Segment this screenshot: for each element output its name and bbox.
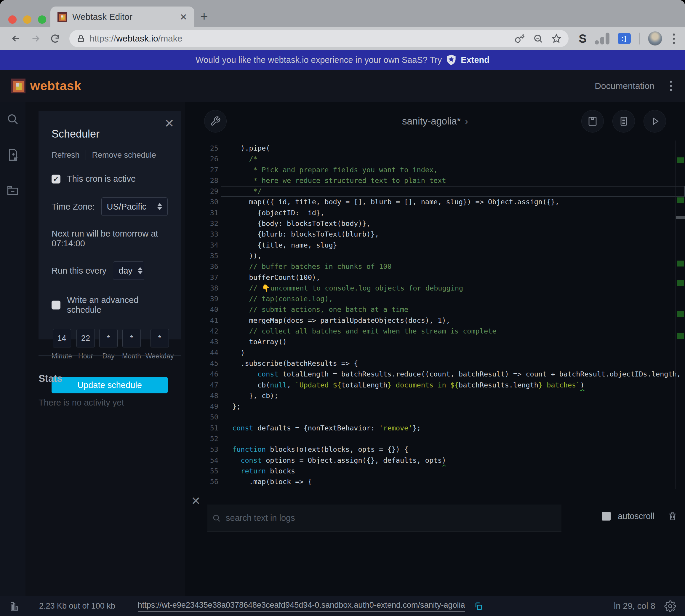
logs-search-input[interactable]: search text in logs — [226, 513, 295, 523]
code-line[interactable]: 36 // buffer batches in chunks of 100 — [185, 261, 685, 272]
documentation-link[interactable]: Documentation — [595, 81, 655, 91]
code-line[interactable]: 56 .map(block => { — [185, 476, 685, 487]
cron-field-input[interactable]: 22 — [76, 329, 95, 347]
code-line[interactable]: 42 // collect all batches and emit when … — [185, 326, 685, 336]
code-line[interactable]: 45 .subscribe(batchResults => { — [185, 358, 685, 369]
line-number: 56 — [185, 476, 219, 487]
extension-s-icon[interactable]: S — [579, 32, 587, 45]
code-line[interactable]: 49}; — [185, 401, 685, 412]
code-line[interactable]: 41 mergeMap(docs => partialUpdateObjects… — [185, 315, 685, 326]
line-number: 35 — [185, 250, 219, 261]
logs-close-icon[interactable]: ✕ — [191, 494, 201, 507]
code-line[interactable]: 47 cb(null, `Updated ${totalLength} docu… — [185, 380, 685, 390]
scrollbar-thumb[interactable] — [676, 216, 685, 219]
new-file-icon[interactable] — [6, 148, 19, 161]
code-line[interactable]: 30 map(({_id, title, body = [], blurb = … — [185, 197, 685, 207]
editor-settings-gear-icon[interactable] — [664, 600, 676, 612]
advanced-schedule-checkbox[interactable] — [51, 301, 61, 309]
cursor-position: ln 29, col 8 — [614, 601, 655, 611]
back-icon[interactable] — [8, 30, 24, 47]
profile-avatar[interactable] — [648, 31, 662, 46]
scheduler-close-icon[interactable]: ✕ — [164, 116, 174, 130]
banner-cta[interactable]: Extend — [461, 55, 489, 65]
cron-field-input[interactable]: * — [99, 329, 118, 347]
code-line[interactable]: 34 {title, name, slug} — [185, 240, 685, 250]
code-line[interactable]: 28 * here we reduce structured text to p… — [185, 175, 685, 186]
password-key-icon[interactable] — [515, 34, 525, 44]
zoom-out-icon[interactable] — [533, 34, 543, 44]
code-editor[interactable]: 25 ).pipe(26 /*27 * Pick and prepare fie… — [185, 140, 685, 489]
line-number: 34 — [185, 240, 219, 250]
logs-search-bar[interactable]: search text in logs — [207, 505, 562, 532]
refresh-link[interactable]: Refresh — [51, 151, 80, 160]
cron-field-input[interactable]: 14 — [53, 329, 71, 347]
code-line[interactable]: 33 {blurb: blocksToText(blurb)}, — [185, 229, 685, 240]
code-line[interactable]: 35 )), — [185, 250, 685, 261]
forward-icon[interactable] — [27, 30, 44, 47]
code-line[interactable]: 39 // tap(console.log), — [185, 293, 685, 304]
url-bar[interactable]: https://webtask.io/make — [69, 30, 569, 47]
code-line[interactable]: 52 — [185, 433, 685, 444]
cron-field-input[interactable]: * — [122, 329, 141, 347]
code-text — [219, 433, 232, 444]
reload-icon[interactable] — [47, 30, 63, 47]
code-text: )), — [219, 250, 261, 261]
code-line[interactable]: 46 const totalLength = batchResults.redu… — [185, 369, 685, 379]
save-button[interactable] — [581, 110, 604, 133]
extension-analytics-icon[interactable] — [595, 32, 610, 44]
open-folder-icon[interactable] — [6, 184, 19, 197]
zoom-window-button[interactable] — [38, 16, 46, 24]
browser-tab[interactable]: Webtask Editor ✕ — [50, 6, 195, 27]
code-line[interactable]: 29 */ — [185, 186, 685, 197]
code-line[interactable]: 40 // submit actions, one batch at a tim… — [185, 304, 685, 315]
code-line[interactable]: 27 * Pick and prepare fields you want to… — [185, 164, 685, 175]
bookmark-star-icon[interactable] — [551, 34, 562, 44]
run-button[interactable] — [643, 110, 666, 133]
app-menu-icon[interactable] — [667, 81, 674, 91]
code-line[interactable]: 55 return blocks — [185, 466, 685, 476]
banner-text: Would you like the webtask.io experience… — [196, 55, 442, 65]
close-window-button[interactable] — [8, 16, 17, 24]
line-number: 32 — [185, 218, 219, 229]
code-line[interactable]: 44 ) — [185, 347, 685, 358]
usage-icon — [9, 601, 20, 612]
code-text: .map(block => { — [219, 476, 312, 487]
code-line[interactable]: 51const defaults = {nonTextBehavior: 're… — [185, 423, 685, 433]
code-line[interactable]: 43 toArray() — [185, 336, 685, 347]
logs-button[interactable] — [612, 110, 635, 133]
code-line[interactable]: 50 — [185, 412, 685, 422]
search-icon[interactable] — [6, 113, 19, 126]
cron-field-input[interactable]: * — [151, 329, 169, 347]
link-divider — [86, 150, 86, 160]
code-text: }; — [219, 401, 241, 412]
remove-schedule-link[interactable]: Remove schedule — [92, 151, 156, 160]
minimize-window-button[interactable] — [23, 16, 31, 24]
tab-close-icon[interactable]: ✕ — [180, 12, 187, 22]
code-line[interactable]: 32 {body: blocksToText(body)}, — [185, 218, 685, 229]
code-line[interactable]: 48 }, cb); — [185, 390, 685, 401]
clear-logs-trash-icon[interactable] — [667, 511, 678, 521]
code-line[interactable]: 25 ).pipe( — [185, 143, 685, 154]
scrollbar-annotation — [677, 157, 684, 163]
code-line[interactable]: 37 bufferCount(100), — [185, 272, 685, 283]
browser-menu-icon[interactable] — [670, 34, 677, 44]
code-line[interactable]: 26 /* — [185, 154, 685, 164]
settings-wrench-button[interactable] — [204, 110, 227, 133]
code-line[interactable]: 31 {objectID: _id}, — [185, 207, 685, 218]
extension-tag-icon[interactable]: :] — [618, 33, 631, 44]
run-every-select[interactable]: day — [113, 261, 144, 280]
cron-active-checkbox[interactable] — [51, 175, 61, 183]
webtask-brand[interactable]: webtask — [11, 79, 82, 93]
scrollbar-annotation — [677, 280, 684, 286]
code-line[interactable]: 54 const options = Object.assign({}, def… — [185, 455, 685, 466]
code-line[interactable]: 38 // 👇uncomment to console.log objects … — [185, 283, 685, 293]
webtask-url-link[interactable]: https://wt-e9e23435e38a0378648e3ceafd945… — [138, 600, 465, 612]
copy-url-icon[interactable] — [474, 602, 483, 611]
code-line[interactable]: 53function blocksToText(blocks, opts = {… — [185, 444, 685, 455]
promo-banner[interactable]: Would you like the webtask.io experience… — [0, 50, 685, 70]
new-tab-button[interactable]: + — [200, 9, 208, 24]
timezone-select[interactable]: US/Pacific — [101, 197, 168, 216]
autoscroll-checkbox[interactable] — [602, 512, 611, 521]
line-number: 54 — [185, 455, 219, 466]
scheduler-title: Scheduler — [51, 128, 168, 140]
